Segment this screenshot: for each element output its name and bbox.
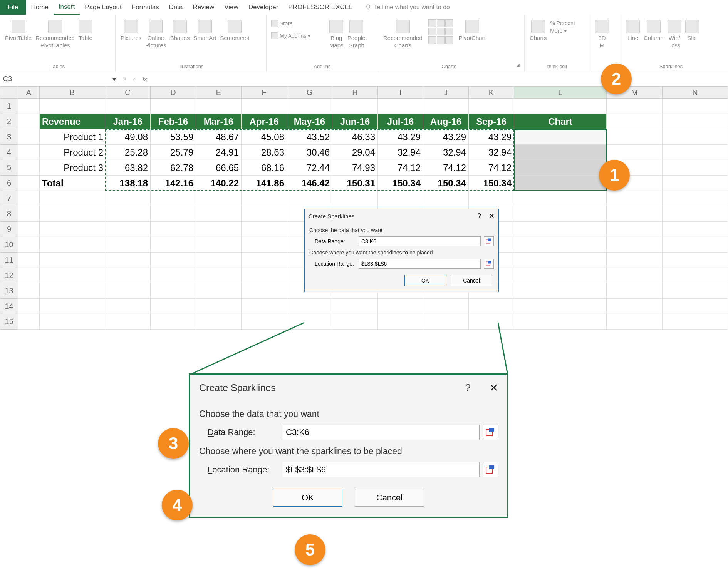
chart-type-gallery[interactable] [428, 19, 453, 44]
tab-page-layout[interactable]: Page Layout [80, 0, 126, 15]
store-button[interactable]: Store [270, 19, 327, 28]
cell-N4[interactable] [663, 145, 728, 160]
sparkline-line-button[interactable]: Line [624, 17, 642, 52]
col-header-J[interactable]: J [423, 86, 469, 99]
close-icon-zoom[interactable]: ✕ [489, 382, 498, 394]
cell-M13[interactable] [607, 283, 663, 299]
people-graph-button[interactable]: People Graph [346, 17, 367, 52]
cell-I1[interactable] [378, 99, 423, 114]
cell-B5[interactable]: Product 3 [40, 160, 105, 176]
cell-B3[interactable]: Product 1 [40, 129, 105, 145]
cell-F10[interactable] [242, 237, 287, 253]
cell-G5[interactable]: 72.44 [287, 160, 332, 176]
col-header-G[interactable]: G [287, 86, 332, 99]
cell-N7[interactable] [663, 191, 728, 206]
cell-K5[interactable]: 74.12 [469, 160, 514, 176]
cell-M9[interactable] [607, 222, 663, 237]
tab-view[interactable]: View [219, 0, 243, 15]
select-all-corner[interactable] [0, 86, 18, 99]
cell-D4[interactable]: 25.79 [151, 145, 196, 160]
cell-A2[interactable] [18, 114, 40, 129]
cell-B13[interactable] [40, 283, 105, 299]
col-header-K[interactable]: K [469, 86, 514, 99]
row-header-12[interactable]: 12 [0, 268, 18, 283]
cell-F15[interactable] [242, 314, 287, 330]
cell-F13[interactable] [242, 283, 287, 299]
cell-L7[interactable] [514, 191, 607, 206]
cell-D3[interactable]: 53.59 [151, 129, 196, 145]
cell-K1[interactable] [469, 99, 514, 114]
cell-B7[interactable] [40, 191, 105, 206]
cell-M12[interactable] [607, 268, 663, 283]
cell-H14[interactable] [332, 299, 378, 314]
cell-I2[interactable]: Jul-16 [378, 114, 423, 129]
cell-E8[interactable] [196, 206, 242, 222]
tab-home[interactable]: Home [26, 0, 53, 15]
col-header-D[interactable]: D [151, 86, 196, 99]
cell-N8[interactable] [663, 206, 728, 222]
cell-F12[interactable] [242, 268, 287, 283]
location-range-input-zoom[interactable] [283, 462, 480, 477]
cell-C15[interactable] [105, 314, 151, 330]
cell-M3[interactable] [607, 129, 663, 145]
cell-E11[interactable] [196, 253, 242, 268]
cell-A5[interactable] [18, 160, 40, 176]
row-header-6[interactable]: 6 [0, 176, 18, 191]
recommended-charts-button[interactable]: Recommended Charts [381, 17, 424, 52]
cell-N9[interactable] [663, 222, 728, 237]
cell-J6[interactable]: 150.34 [423, 176, 469, 191]
cell-L2[interactable]: Chart [514, 114, 607, 129]
recommended-pivottables-button[interactable]: Recommended PivotTables [34, 17, 77, 52]
cell-C11[interactable] [105, 253, 151, 268]
cell-M7[interactable] [607, 191, 663, 206]
cell-L8[interactable] [514, 206, 607, 222]
row-header-15[interactable]: 15 [0, 314, 18, 330]
cell-B6[interactable]: Total [40, 176, 105, 191]
cell-F4[interactable]: 28.63 [242, 145, 287, 160]
screenshot-button[interactable]: Screenshot [218, 17, 251, 52]
cell-L9[interactable] [514, 222, 607, 237]
cell-M8[interactable] [607, 206, 663, 222]
cell-L4[interactable] [514, 145, 607, 160]
cell-I15[interactable] [378, 314, 423, 330]
cell-I3[interactable]: 43.29 [378, 129, 423, 145]
row-header-14[interactable]: 14 [0, 299, 18, 314]
cell-B1[interactable] [40, 99, 105, 114]
sparkline-winloss-button[interactable]: Win/ Loss [666, 17, 683, 52]
3d-map-button[interactable]: 3D M [593, 17, 611, 52]
cell-C8[interactable] [105, 206, 151, 222]
cell-L11[interactable] [514, 253, 607, 268]
cell-F6[interactable]: 141.86 [242, 176, 287, 191]
cell-L15[interactable] [514, 314, 607, 330]
cell-M2[interactable] [607, 114, 663, 129]
cell-K2[interactable]: Sep-16 [469, 114, 514, 129]
ok-button-zoom[interactable]: OK [273, 489, 342, 507]
name-box[interactable]: C3▾ [0, 74, 119, 85]
cell-E2[interactable]: Mar-16 [196, 114, 242, 129]
tab-data[interactable]: Data [164, 0, 188, 15]
tab-review[interactable]: Review [188, 0, 220, 15]
cell-C3[interactable]: 49.08 [105, 129, 151, 145]
row-header-10[interactable]: 10 [0, 237, 18, 253]
cell-B10[interactable] [40, 237, 105, 253]
row-header-11[interactable]: 11 [0, 253, 18, 268]
accept-formula-icon[interactable]: ✓ [132, 76, 136, 82]
cell-J2[interactable]: Aug-16 [423, 114, 469, 129]
data-range-input[interactable] [359, 236, 481, 246]
cell-N12[interactable] [663, 268, 728, 283]
cell-G4[interactable]: 30.46 [287, 145, 332, 160]
cell-G1[interactable] [287, 99, 332, 114]
cell-D11[interactable] [151, 253, 196, 268]
cell-D5[interactable]: 62.78 [151, 160, 196, 176]
cell-M4[interactable] [607, 145, 663, 160]
close-icon[interactable]: ✕ [489, 212, 495, 220]
cell-C6[interactable]: 138.18 [105, 176, 151, 191]
pictures-button[interactable]: Pictures [119, 17, 143, 52]
col-header-F[interactable]: F [242, 86, 287, 99]
cell-G2[interactable]: May-16 [287, 114, 332, 129]
cell-A6[interactable] [18, 176, 40, 191]
cell-J14[interactable] [423, 299, 469, 314]
col-header-A[interactable]: A [18, 86, 40, 99]
location-range-picker-icon[interactable] [484, 259, 494, 269]
cell-A14[interactable] [18, 299, 40, 314]
